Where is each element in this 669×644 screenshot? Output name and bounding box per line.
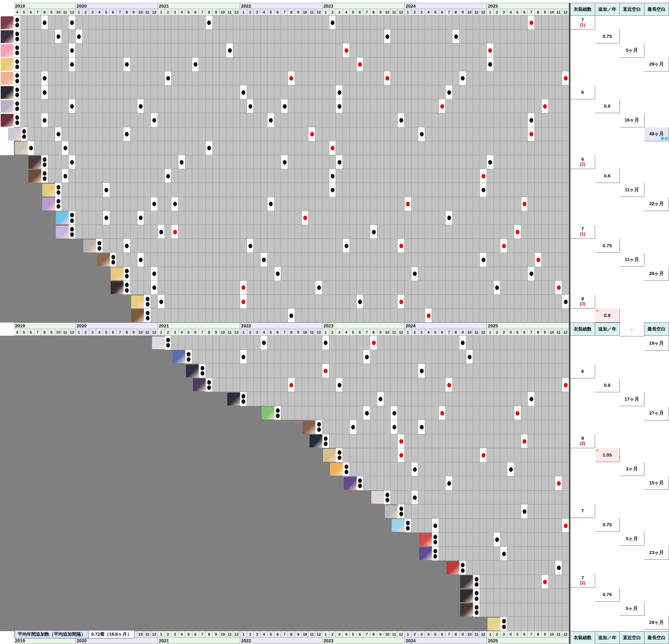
month-cell (308, 267, 315, 281)
month-cell (494, 589, 501, 603)
event-cell (322, 364, 329, 378)
month-cell (500, 16, 507, 30)
month-cell (452, 16, 459, 30)
month-cell (206, 197, 213, 211)
month-cell (261, 267, 268, 281)
month-cell (302, 309, 309, 323)
month-label: 1 (240, 329, 247, 336)
month-cell (542, 378, 549, 392)
costume-dot (338, 104, 341, 109)
month-cell (452, 434, 459, 449)
month-cell (542, 462, 549, 477)
month-cell (473, 72, 480, 85)
month-cell (76, 16, 83, 30)
month-cell (418, 169, 425, 183)
month-cell (507, 491, 514, 505)
event-cell (336, 448, 343, 462)
month-cell (28, 113, 35, 127)
month-cell (535, 561, 542, 575)
month-cell (507, 589, 514, 603)
month-cell (240, 309, 247, 323)
month-cell (528, 72, 535, 85)
month-cell (439, 127, 446, 141)
month-cell (446, 533, 452, 547)
month-cell (521, 519, 528, 533)
pre-debut-region (14, 350, 185, 364)
month-cell (288, 225, 295, 239)
costume-dot (152, 271, 156, 276)
month-cell (473, 183, 480, 197)
month-cell (425, 155, 432, 169)
month-cell (185, 225, 192, 239)
month-cell (555, 155, 562, 169)
stats-header-total: 衣装総数 (570, 323, 595, 336)
month-cell (459, 434, 466, 449)
month-cell (130, 141, 137, 155)
month-cell (432, 406, 439, 420)
avatar (152, 336, 165, 349)
month-cell (213, 183, 220, 197)
month-cell (185, 16, 192, 30)
month-cell (391, 58, 398, 72)
month-cell (535, 30, 542, 43)
event-cell (370, 225, 377, 239)
month-cell (302, 30, 309, 43)
month-label: 7 (363, 9, 370, 16)
costume-dot (345, 470, 348, 474)
month-cell (185, 336, 192, 350)
month-cell (322, 295, 329, 309)
month-cell (240, 16, 247, 30)
month-cell (562, 281, 569, 295)
month-cell (343, 72, 350, 85)
month-cell (384, 211, 391, 225)
month-cell (391, 155, 398, 169)
month-cell (549, 295, 556, 309)
month-cell (137, 155, 144, 169)
month-cell (336, 434, 343, 449)
month-cell (247, 267, 254, 281)
costume-dot-red (530, 20, 533, 25)
month-cell (295, 295, 302, 309)
month-cell (165, 127, 172, 141)
month-cell (261, 141, 268, 155)
month-cell (418, 197, 425, 211)
month-cell (466, 211, 473, 225)
month-label: 11 (226, 631, 233, 638)
month-cell (459, 155, 466, 169)
month-cell (384, 336, 391, 350)
month-cell (384, 43, 391, 57)
month-cell (363, 197, 370, 211)
month-cell (514, 364, 521, 378)
month-cell (137, 16, 144, 30)
month-cell (391, 85, 398, 99)
month-cell (76, 183, 83, 197)
month-cell (535, 72, 542, 85)
month-cell (555, 16, 562, 30)
costume-dot-red (482, 174, 485, 178)
month-cell (542, 30, 549, 43)
month-cell (432, 462, 439, 477)
month-cell (192, 295, 199, 309)
month-cell (322, 155, 329, 169)
month-cell (480, 72, 487, 85)
month-cell (21, 16, 28, 30)
month-cell (439, 448, 446, 462)
month-cell (555, 43, 562, 57)
month-cell (76, 113, 83, 127)
month-cell (487, 491, 494, 505)
month-cell (446, 58, 452, 72)
month-cell (357, 336, 364, 350)
costume-dot (461, 568, 465, 573)
month-label: 11 (473, 329, 480, 336)
month-cell (514, 589, 521, 603)
month-cell (398, 16, 405, 30)
month-cell (322, 309, 329, 323)
month-cell (412, 309, 418, 323)
event-cell (14, 58, 21, 72)
month-cell (384, 392, 391, 406)
month-cell (363, 448, 370, 462)
month-cell (185, 239, 192, 253)
event-cell (473, 575, 480, 589)
month-cell (89, 99, 96, 113)
month-cell (268, 72, 274, 85)
